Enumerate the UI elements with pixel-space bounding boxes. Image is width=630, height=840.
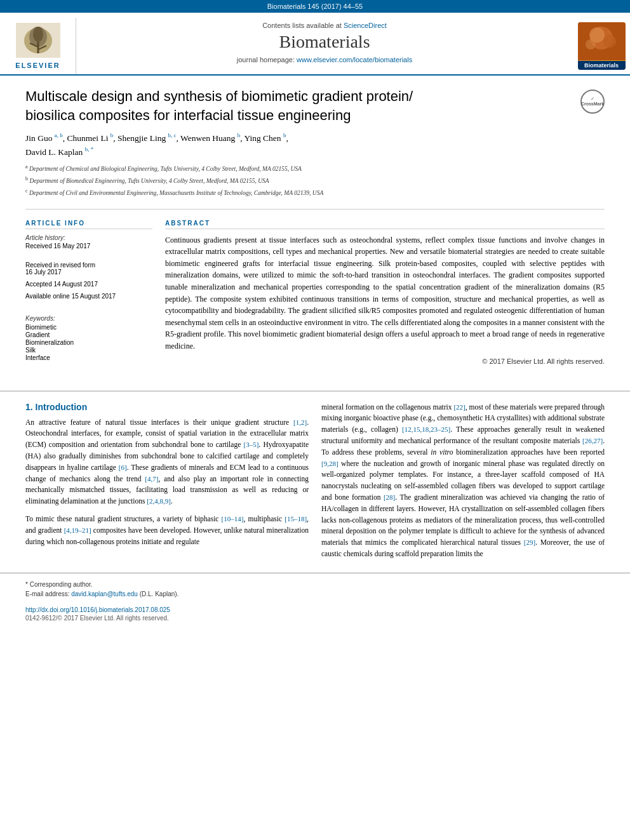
keyword-interface: Interface xyxy=(25,354,152,361)
received-date: Received 16 May 2017 xyxy=(25,243,152,250)
journal-homepage-link[interactable]: www.elsevier.com/locate/biomaterials xyxy=(297,56,412,63)
journal-citation-text: Biomaterials 145 (2017) 44–55 xyxy=(267,3,363,10)
sciencedirect-link[interactable]: ScienceDirect xyxy=(344,22,387,29)
footnote-area: * Corresponding author. E-mail address: … xyxy=(0,573,630,603)
article-main: ✓ CrossMark Multiscale design and synthe… xyxy=(0,76,630,390)
journal-title: Biomaterials xyxy=(89,32,560,52)
introduction-heading: 1. Introduction xyxy=(25,402,309,412)
authors-line: Jin Guo a, b, Chunmei Li b, Shengjie Lin… xyxy=(25,131,605,159)
keywords-label: Keywords: xyxy=(25,315,152,322)
body-left-col: 1. Introduction An attractive feature of… xyxy=(25,392,309,566)
corresponding-author-note: * Corresponding author. xyxy=(25,580,605,589)
journal-header: ELSEVIER Contents lists available at Sci… xyxy=(0,13,630,76)
available-date: Available online 15 August 2017 xyxy=(25,293,152,300)
elsevier-tree-graphic xyxy=(16,23,60,58)
affiliation-b: b Department of Biomedical Engineering, … xyxy=(25,175,605,186)
keyword-silk: Silk xyxy=(25,347,152,354)
svg-point-3 xyxy=(33,27,43,42)
email-link[interactable]: david.kaplan@tufts.edu xyxy=(71,590,138,597)
intro-paragraph-2: To mimic these natural gradient structur… xyxy=(25,514,309,547)
abstract-heading: ABSTRACT xyxy=(165,220,605,229)
abstract-text: Continuous gradients present at tissue i… xyxy=(165,234,605,352)
right-paragraph-1: mineral formation on the collagenous mat… xyxy=(321,402,605,560)
elsevier-logo: ELSEVIER xyxy=(0,18,76,74)
affiliation-c: c Department of Civil and Environmental … xyxy=(25,187,605,198)
history-label: Article history: xyxy=(25,234,152,241)
svg-point-11 xyxy=(586,39,596,50)
intro-paragraph-1: An attractive feature of natural tissue … xyxy=(25,417,309,508)
biomaterials-logo: Biomaterials xyxy=(573,18,630,74)
issn-line: 0142-9612/© 2017 Elsevier Ltd. All right… xyxy=(0,615,630,628)
doi-line: http://dx.doi.org/10.1016/j.biomaterials… xyxy=(0,603,630,615)
article-info-column: ARTICLE INFO Article history: Received 1… xyxy=(25,220,152,365)
article-info-abstract: ARTICLE INFO Article history: Received 1… xyxy=(25,220,605,365)
elsevier-brand-text: ELSEVIER xyxy=(15,62,60,69)
copyright-line: © 2017 Elsevier Ltd. All rights reserved… xyxy=(165,357,605,365)
article-title: Multiscale design and synthesis of biomi… xyxy=(25,87,605,124)
keyword-gradient: Gradient xyxy=(25,331,152,338)
revised-date: Received in revised form 16 July 2017 xyxy=(25,255,152,276)
contents-available-line: Contents lists available at ScienceDirec… xyxy=(89,22,560,29)
keyword-biomineralization: Biomineralization xyxy=(25,339,152,346)
body-right-col: mineral formation on the collagenous mat… xyxy=(321,392,605,566)
bio-logo-text: Biomaterials xyxy=(578,61,626,70)
article-info-heading: ARTICLE INFO xyxy=(25,220,152,229)
keyword-biomimetic: Biomimetic xyxy=(25,324,152,331)
accepted-date: Accepted 14 August 2017 xyxy=(25,281,152,288)
journal-homepage-line: journal homepage: www.elsevier.com/locat… xyxy=(89,56,560,63)
email-note: E-mail address: david.kaplan@tufts.edu (… xyxy=(25,589,605,599)
crossmark-badge: ✓ CrossMark xyxy=(580,90,605,114)
journal-citation-bar: Biomaterials 145 (2017) 44–55 xyxy=(0,0,630,13)
biomaterials-logo-image: Biomaterials xyxy=(578,22,626,70)
crossmark-circle: ✓ CrossMark xyxy=(580,90,605,114)
article-title-section: ✓ CrossMark Multiscale design and synthe… xyxy=(25,87,605,124)
body-content: 1. Introduction An attractive feature of… xyxy=(0,392,630,566)
abstract-column: ABSTRACT Continuous gradients present at… xyxy=(165,220,605,365)
affiliation-a: a Department of Chemical and Biological … xyxy=(25,163,605,174)
affiliations: a Department of Chemical and Biological … xyxy=(25,163,605,199)
svg-point-10 xyxy=(603,35,616,48)
doi-link[interactable]: http://dx.doi.org/10.1016/j.biomaterials… xyxy=(25,606,170,613)
journal-header-center: Contents lists available at ScienceDirec… xyxy=(76,18,573,74)
